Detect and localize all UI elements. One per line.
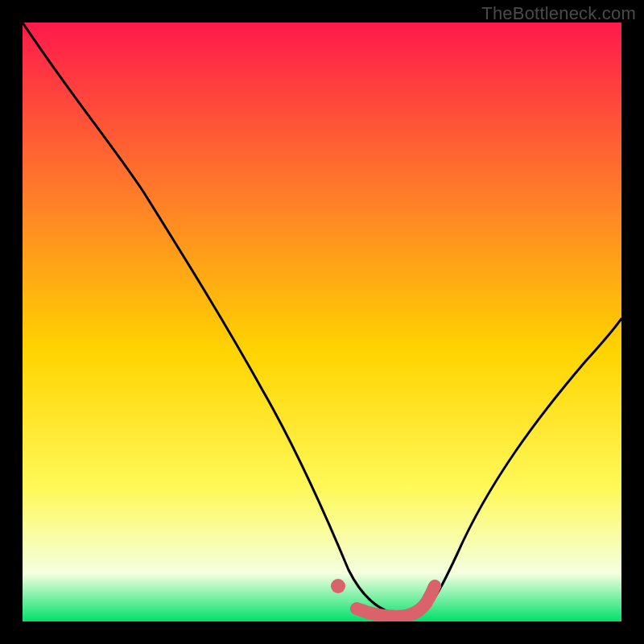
chart-svg [23, 23, 621, 621]
plot-area [23, 23, 621, 621]
optimal-zone-start-dot [331, 579, 345, 593]
watermark-text: TheBottleneck.com [481, 3, 636, 24]
gradient-background [23, 23, 621, 621]
chart-frame: TheBottleneck.com [0, 0, 644, 644]
